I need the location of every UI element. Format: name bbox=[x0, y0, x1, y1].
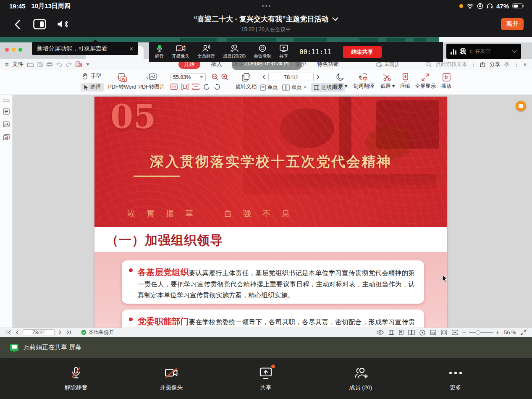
bullet-card: 党委职能部门要在学校党委统一领导下，各司其职，各尽其责，密切配合，形成学习宣传贯… bbox=[122, 310, 424, 328]
first-page-icon[interactable] bbox=[6, 330, 11, 335]
hand-tool-button[interactable]: 手型 bbox=[82, 73, 101, 80]
mute-all-button[interactable]: 全员静音 bbox=[197, 45, 215, 59]
recording-indicator-icon bbox=[459, 4, 463, 8]
svg-text:W: W bbox=[122, 77, 126, 81]
fullscreen-icon[interactable] bbox=[521, 330, 526, 335]
chevron-down-icon[interactable] bbox=[512, 50, 517, 53]
back-button[interactable] bbox=[12, 18, 23, 30]
more-vertical-icon[interactable]: ⋮ bbox=[471, 61, 476, 68]
share-export-icon[interactable] bbox=[480, 62, 485, 67]
outline-panel-icon[interactable] bbox=[3, 108, 10, 115]
next-page-icon[interactable] bbox=[58, 330, 62, 335]
cloud-sync-icon[interactable]: 未同步 bbox=[376, 61, 399, 68]
camera-on-button-bottom[interactable]: 开摄像头 bbox=[146, 366, 197, 391]
meeting-title-block[interactable]: “喜迎二十大 · 复兴交大有我”主题党日活动 15:20 | 20人在会议中 bbox=[194, 14, 338, 33]
zoom-in-plus[interactable]: + bbox=[496, 329, 500, 336]
document-area: 05 深入贯彻落实学校十五次党代会精神 竢實揚華 自强不息 （一）加强组织领导 … bbox=[0, 95, 532, 328]
local-backup-status[interactable]: 本地备份开 bbox=[81, 329, 114, 336]
status-page-input[interactable]: 78/82 bbox=[23, 329, 55, 336]
single-page-icon[interactable] bbox=[399, 330, 404, 335]
zoom-slider[interactable]: − + bbox=[463, 329, 500, 336]
fullscreen-button[interactable]: 全屏显示 bbox=[412, 73, 439, 90]
find-text-placeholder[interactable]: 点此查找文本 bbox=[435, 61, 467, 68]
shared-screen-pdf-app: 稻壳 中共西南交通大...PP ≡ 文件 W 开始 插入 批注 保护 特色功能 … bbox=[0, 37, 532, 337]
volume-bars-icon bbox=[451, 48, 456, 55]
prev-page-icon[interactable] bbox=[262, 74, 266, 80]
gear-icon[interactable] bbox=[504, 61, 510, 67]
save-icon[interactable] bbox=[37, 62, 43, 67]
collapse-ribbon-icon[interactable]: ∧ bbox=[523, 61, 527, 68]
eye-protect-icon[interactable] bbox=[377, 330, 384, 335]
leave-meeting-button[interactable]: 离开 bbox=[501, 18, 524, 30]
last-page-icon[interactable] bbox=[66, 330, 71, 335]
screenshot-button[interactable]: 截屏 ▾ bbox=[377, 73, 398, 90]
compress-button[interactable]: 压缩 bbox=[397, 73, 414, 90]
redo-icon[interactable] bbox=[66, 62, 72, 67]
record-button[interactable]: 会议录制 bbox=[254, 45, 271, 59]
print-icon[interactable] bbox=[47, 62, 52, 67]
more-vertical-icon-2[interactable]: ⋮ bbox=[514, 61, 519, 68]
active-speaker-panel[interactable]: 我 正在发言 bbox=[446, 44, 521, 59]
picture-in-picture-button[interactable] bbox=[33, 18, 46, 30]
tooltip-close-icon[interactable]: × bbox=[129, 45, 133, 52]
members-button[interactable]: 成员(20/20) bbox=[223, 45, 246, 59]
zoom-value-select[interactable]: 55.83% bbox=[170, 73, 206, 81]
slide-section-cover: 05 深入贯彻落实学校十五次党代会精神 竢實揚華 自强不息 bbox=[94, 97, 447, 227]
actual-size-icon[interactable]: 1:1 bbox=[170, 84, 178, 90]
single-page-button[interactable]: 单页 bbox=[260, 84, 278, 91]
search-icon[interactable] bbox=[426, 62, 432, 67]
open-folder-icon[interactable] bbox=[27, 62, 34, 67]
select-tool-button[interactable]: 选择 bbox=[81, 83, 104, 92]
wps-assistant-button[interactable] bbox=[516, 101, 526, 111]
headphones-icon bbox=[487, 3, 493, 9]
prev-page-icon[interactable] bbox=[15, 330, 19, 335]
next-page-icon[interactable] bbox=[316, 74, 320, 80]
file-menu[interactable]: 文件 bbox=[13, 60, 24, 68]
background-button[interactable]: 背景 ▾ bbox=[330, 73, 351, 90]
caret-down-icon[interactable] bbox=[86, 63, 89, 66]
rotate-document-button[interactable]: 旋转文档 bbox=[233, 73, 259, 90]
pdf-to-image-button[interactable]: PDF转图片 bbox=[135, 73, 168, 91]
actual-size-icon[interactable]: 1:1 bbox=[430, 330, 436, 335]
rotate-left-icon[interactable] bbox=[203, 84, 210, 90]
thumbnail-panel-icon[interactable] bbox=[3, 121, 10, 127]
hamburger-menu-icon[interactable]: ≡ bbox=[5, 61, 9, 68]
ipad-status-bar: 19:45 10月13日周四 47% bbox=[0, 0, 532, 12]
end-share-button[interactable]: 结束共享 bbox=[343, 46, 382, 58]
unmute-button[interactable]: 解除静音 bbox=[51, 366, 101, 391]
more-button[interactable]: 更多 bbox=[430, 366, 481, 391]
export-word-icon[interactable]: W bbox=[76, 61, 82, 67]
share-doc-label[interactable]: 分享 bbox=[489, 60, 500, 68]
audio-route-button[interactable] bbox=[56, 18, 69, 30]
share-button-bottom[interactable]: 共享 bbox=[241, 366, 291, 391]
members-button-bottom[interactable]: 成员 (20) bbox=[335, 366, 386, 391]
page-number-input[interactable]: 78/82 bbox=[268, 73, 314, 81]
zoom-percent[interactable]: 56 % bbox=[504, 330, 516, 336]
double-page-button[interactable]: 双页 bbox=[282, 84, 307, 91]
play-slideshow-icon[interactable] bbox=[419, 330, 425, 336]
fit-page-icon[interactable] bbox=[452, 330, 458, 335]
mute-button[interactable]: 静音 bbox=[155, 45, 164, 59]
zoom-in-icon[interactable] bbox=[221, 74, 228, 81]
zoom-slider-knob[interactable] bbox=[476, 330, 480, 335]
screen-share-icon bbox=[10, 344, 18, 351]
play-button[interactable]: 播放 bbox=[438, 73, 455, 90]
pages-panel-icon[interactable] bbox=[3, 134, 10, 140]
share-screen-button[interactable]: 共享 bbox=[279, 45, 288, 59]
fit-width-icon[interactable] bbox=[441, 330, 447, 335]
zoom-out-icon[interactable] bbox=[212, 74, 219, 81]
continuous-mode-icon[interactable] bbox=[388, 330, 394, 335]
rotate-right-icon[interactable] bbox=[214, 84, 220, 90]
double-page-icon[interactable] bbox=[408, 330, 415, 335]
svg-text:中: 中 bbox=[363, 76, 368, 81]
translate-button[interactable]: a中 划词翻译 bbox=[350, 73, 377, 90]
speaker-name: 我 bbox=[460, 47, 466, 55]
zoom-out-minus[interactable]: − bbox=[463, 329, 466, 336]
fit-width-icon[interactable] bbox=[181, 84, 189, 90]
undo-icon[interactable] bbox=[56, 62, 62, 67]
panel-drag-handle[interactable] bbox=[3, 99, 10, 102]
window-controls[interactable] bbox=[5, 48, 22, 52]
fit-page-icon[interactable] bbox=[192, 84, 199, 90]
pdf-to-word-button[interactable]: W PDF转Word bbox=[106, 73, 139, 91]
camera-on-button[interactable]: 开摄像头 bbox=[172, 45, 189, 59]
